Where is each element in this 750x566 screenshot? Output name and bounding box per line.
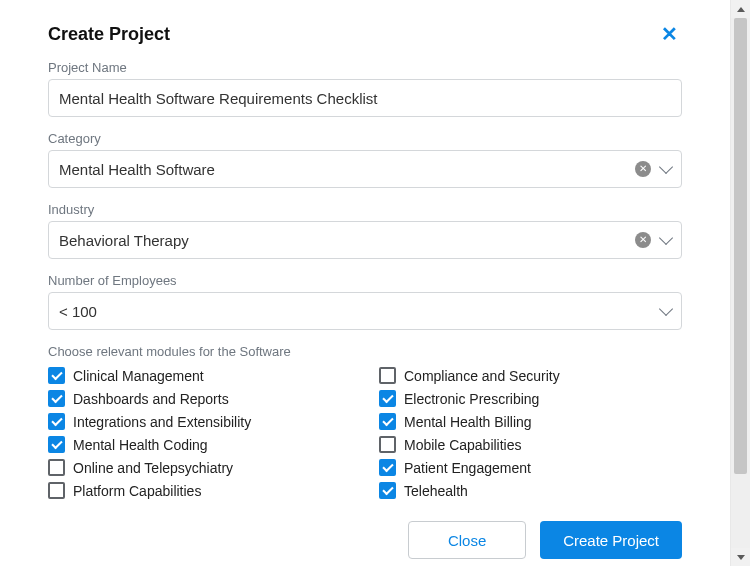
checkbox[interactable] [48,367,65,384]
module-item[interactable]: Clinical Management [48,367,351,384]
module-item[interactable]: Platform Capabilities [48,482,351,499]
modules-section-label: Choose relevant modules for the Software [48,344,682,359]
checkbox[interactable] [48,459,65,476]
chevron-down-icon [659,231,673,245]
scroll-down-button[interactable] [731,548,750,566]
category-label: Category [48,131,682,146]
checkbox[interactable] [379,413,396,430]
module-label: Integrations and Extensibility [73,414,251,430]
module-item[interactable]: Dashboards and Reports [48,390,351,407]
module-label: Mobile Capabilities [404,437,522,453]
employees-field: Number of Employees < 100 [48,273,682,330]
close-button[interactable]: Close [408,521,526,559]
module-label: Electronic Prescribing [404,391,539,407]
checkbox[interactable] [48,436,65,453]
module-label: Online and Telepsychiatry [73,460,233,476]
module-item[interactable]: Integrations and Extensibility [48,413,351,430]
category-value: Mental Health Software [59,161,647,178]
scrollbar-thumb[interactable] [734,18,747,474]
module-label: Clinical Management [73,368,204,384]
project-name-field: Project Name [48,60,682,117]
industry-clear-icon[interactable] [635,232,651,248]
module-item[interactable]: Compliance and Security [379,367,682,384]
module-label: Patient Engagement [404,460,531,476]
module-label: Compliance and Security [404,368,560,384]
employees-select[interactable]: < 100 [48,292,682,330]
dialog-footer: Close Create Project [48,521,682,559]
industry-label: Industry [48,202,682,217]
category-select[interactable]: Mental Health Software [48,150,682,188]
project-name-input[interactable] [48,79,682,117]
module-item[interactable]: Telehealth [379,482,682,499]
category-clear-icon[interactable] [635,161,651,177]
module-item[interactable]: Online and Telepsychiatry [48,459,351,476]
checkbox[interactable] [379,367,396,384]
module-label: Dashboards and Reports [73,391,229,407]
create-project-dialog: Create Project ✕ Project Name Category M… [0,0,730,559]
modules-grid: Clinical ManagementDashboards and Report… [48,367,682,499]
dialog-viewport: Create Project ✕ Project Name Category M… [0,0,730,566]
module-item[interactable]: Mobile Capabilities [379,436,682,453]
checkbox[interactable] [379,459,396,476]
triangle-up-icon [737,7,745,12]
scroll-up-button[interactable] [731,0,750,18]
module-item[interactable]: Patient Engagement [379,459,682,476]
checkbox[interactable] [48,482,65,499]
modules-column-right: Compliance and SecurityElectronic Prescr… [379,367,682,499]
checkbox[interactable] [379,482,396,499]
module-label: Mental Health Coding [73,437,208,453]
dialog-title: Create Project [48,24,170,45]
industry-value: Behavioral Therapy [59,232,647,249]
industry-select[interactable]: Behavioral Therapy [48,221,682,259]
dialog-header: Create Project ✕ [48,22,682,46]
close-icon[interactable]: ✕ [657,22,682,46]
scrollbar[interactable] [730,0,750,566]
module-label: Platform Capabilities [73,483,201,499]
category-field: Category Mental Health Software [48,131,682,188]
chevron-down-icon [659,302,673,316]
module-item[interactable]: Mental Health Coding [48,436,351,453]
module-item[interactable]: Mental Health Billing [379,413,682,430]
create-project-button[interactable]: Create Project [540,521,682,559]
chevron-down-icon [659,160,673,174]
industry-field: Industry Behavioral Therapy [48,202,682,259]
module-item[interactable]: Electronic Prescribing [379,390,682,407]
modules-column-left: Clinical ManagementDashboards and Report… [48,367,351,499]
scrollbar-track[interactable] [731,18,750,548]
project-name-label: Project Name [48,60,682,75]
triangle-down-icon [737,555,745,560]
checkbox[interactable] [48,413,65,430]
checkbox[interactable] [379,390,396,407]
checkbox[interactable] [48,390,65,407]
module-label: Mental Health Billing [404,414,532,430]
employees-label: Number of Employees [48,273,682,288]
employees-value: < 100 [59,303,647,320]
checkbox[interactable] [379,436,396,453]
module-label: Telehealth [404,483,468,499]
